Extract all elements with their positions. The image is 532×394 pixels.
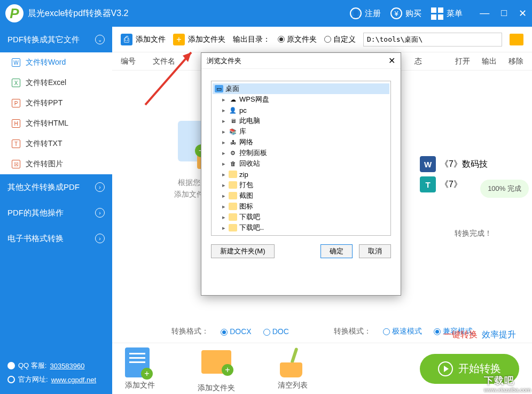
qq-icon [7, 362, 15, 369]
node-label: 下载吧.. [239, 223, 264, 233]
browse-folder-button[interactable] [510, 34, 523, 45]
conversion-done-label: 转换完成！ [420, 229, 527, 238]
chevron-right-icon: › [95, 234, 105, 243]
broom-icon [278, 347, 301, 377]
qq-link[interactable]: 303583960 [50, 362, 84, 370]
user-icon: 👤 [350, 7, 362, 19]
node-label: 控制面板 [239, 148, 267, 158]
titlebar-actions: 👤注册 ¥购买 菜单 — □ ✕ [350, 7, 527, 20]
tree-node[interactable]: ▸🖥此电脑 [213, 115, 389, 126]
radio-fast-mode[interactable]: 极速模式 [383, 327, 422, 336]
close-button[interactable]: ✕ [519, 7, 527, 19]
tree-node[interactable]: ▸📚库 [213, 126, 389, 137]
slogan-2: 效率提升 [482, 330, 516, 339]
add-file-button[interactable]: ⎙添加文件 [121, 34, 166, 45]
sidebar-section-ebook[interactable]: 电子书格式转换› [0, 226, 112, 251]
radio-docx[interactable]: DOCX [221, 327, 251, 336]
item-label: 文件转HTML [26, 119, 68, 128]
play-icon [438, 361, 453, 376]
tree-node[interactable]: ▸下载吧.. [213, 222, 389, 233]
html-icon: H [12, 119, 20, 128]
sidebar-section-pdf2other[interactable]: PDF转换成其它文件⌄ [0, 27, 112, 52]
folder-icon: + [201, 350, 231, 374]
user-icon: 👤 [229, 106, 237, 114]
sidebar-item-image[interactable]: ☒文件转图片 [0, 154, 112, 174]
add-folder-label: 添加文件夹 [188, 35, 225, 44]
sidebar-item-html[interactable]: H文件转HTML [0, 113, 112, 134]
sidebar-section-pdfops[interactable]: PDF的其他操作› [0, 200, 112, 226]
format-label: 转换格式： [171, 327, 209, 336]
tree-node[interactable]: ▸👤pc [213, 105, 389, 115]
folder-icon [229, 192, 237, 199]
node-label: WPS网盘 [239, 95, 269, 104]
clear-label: 清空列表 [278, 381, 308, 390]
col-del: 移除 [497, 57, 523, 66]
tree-node[interactable]: ▸图标 [213, 201, 389, 212]
buy-button[interactable]: ¥购买 [390, 7, 421, 19]
minimize-button[interactable]: — [480, 7, 489, 19]
radio-doc[interactable]: DOC [263, 327, 289, 336]
sidebar-item-txt[interactable]: T文件转TXT [0, 134, 112, 154]
radio-source-folder[interactable]: 原文件夹 [278, 35, 317, 44]
tree-node[interactable]: ▸⚙控制面板 [213, 148, 389, 158]
toolbar: ⎙添加文件 +添加文件夹 输出目录： 原文件夹 自定义 [112, 27, 532, 52]
bin-icon: 🗑 [229, 160, 237, 167]
dialog-close-button[interactable]: ✕ [388, 56, 395, 66]
excel-icon: X [12, 79, 20, 87]
radio-custom-folder[interactable]: 自定义 [324, 35, 356, 44]
web-label: 官方网址: [18, 375, 48, 384]
txt-icon: T [12, 140, 20, 148]
fast-label: 极速模式 [392, 327, 422, 335]
sidebar-item-word[interactable]: W文件转Word [0, 52, 112, 73]
app-title: 晨光excle转pdf转换器V3.2 [28, 8, 350, 19]
image-icon: ☒ [12, 160, 20, 168]
sidebar-section-other2pdf[interactable]: 其他文件转换成PDF› [0, 174, 112, 200]
tree-node[interactable]: ▸下载吧 [213, 212, 389, 222]
chevron-right-icon: › [95, 208, 105, 218]
browse-folder-dialog: 浏览文件夹 ✕ ▭桌面 ▸☁WPS网盘▸👤pc▸🖥此电脑▸📚库▸🖧网络▸⚙控制面… [201, 52, 401, 296]
expand-icon: ▸ [221, 160, 226, 167]
item-label: 文件转Excel [26, 78, 66, 88]
folder-icon [229, 181, 237, 189]
node-label: 打包 [239, 180, 253, 190]
clear-list-action[interactable]: 清空列表 [278, 347, 308, 390]
folder-tree[interactable]: ▭桌面 ▸☁WPS网盘▸👤pc▸🖥此电脑▸📚库▸🖧网络▸⚙控制面板▸🗑回收站▸z… [211, 81, 391, 236]
node-label: 截图 [239, 191, 253, 200]
tree-node[interactable]: ▸🗑回收站 [213, 158, 389, 169]
tree-node[interactable]: ▸☁WPS网盘 [213, 94, 389, 105]
tree-node[interactable]: ▸🖧网络 [213, 137, 389, 148]
add-file-action[interactable]: + 添加文件 [125, 347, 155, 390]
desktop-icon: ▭ [215, 85, 223, 92]
buy-label: 购买 [405, 9, 421, 19]
tree-node[interactable]: ▸打包 [213, 180, 389, 190]
menu-button[interactable]: 菜单 [431, 7, 463, 20]
add-folder-button[interactable]: +添加文件夹 [173, 34, 225, 45]
tree-node[interactable]: ▸zip [213, 169, 389, 180]
node-label: 图标 [239, 202, 253, 211]
titlebar: P 晨光excle转pdf转换器V3.2 👤注册 ¥购买 菜单 — □ ✕ [0, 0, 532, 27]
output-path-input[interactable] [363, 33, 502, 47]
slogan: 一键转换效率提升 [443, 329, 516, 341]
website-link[interactable]: www.cgpdf.net [51, 376, 97, 384]
expand-icon: ▸ [221, 192, 226, 199]
ok-button[interactable]: 确定 [320, 244, 353, 258]
register-label: 注册 [365, 9, 381, 19]
file-icon: + [125, 347, 150, 377]
add-folder-action[interactable]: + 添加文件夹 [198, 345, 235, 393]
folder-icon [229, 213, 237, 221]
new-folder-button[interactable]: 新建文件夹(M) [211, 244, 275, 258]
register-button[interactable]: 👤注册 [350, 7, 381, 19]
bottom-actions: + 添加文件 + 添加文件夹 清空列表 开始转换 [112, 343, 532, 394]
tree-node-desktop[interactable]: ▭桌面 [213, 83, 389, 94]
tree-node[interactable]: ▸截图 [213, 190, 389, 201]
add-file-label: 添加文件 [125, 381, 155, 390]
word-thumb-icon: W [420, 156, 436, 172]
cancel-button[interactable]: 取消 [359, 244, 391, 258]
pc-icon: 🖥 [229, 117, 237, 125]
expand-icon: ▸ [221, 107, 226, 114]
sidebar-item-ppt[interactable]: P文件转PPT [0, 93, 112, 113]
sidebar-item-excel[interactable]: X文件转Excel [0, 73, 112, 93]
expand-icon: ▸ [221, 150, 226, 157]
node-label: 库 [239, 127, 246, 136]
maximize-button[interactable]: □ [501, 7, 507, 19]
